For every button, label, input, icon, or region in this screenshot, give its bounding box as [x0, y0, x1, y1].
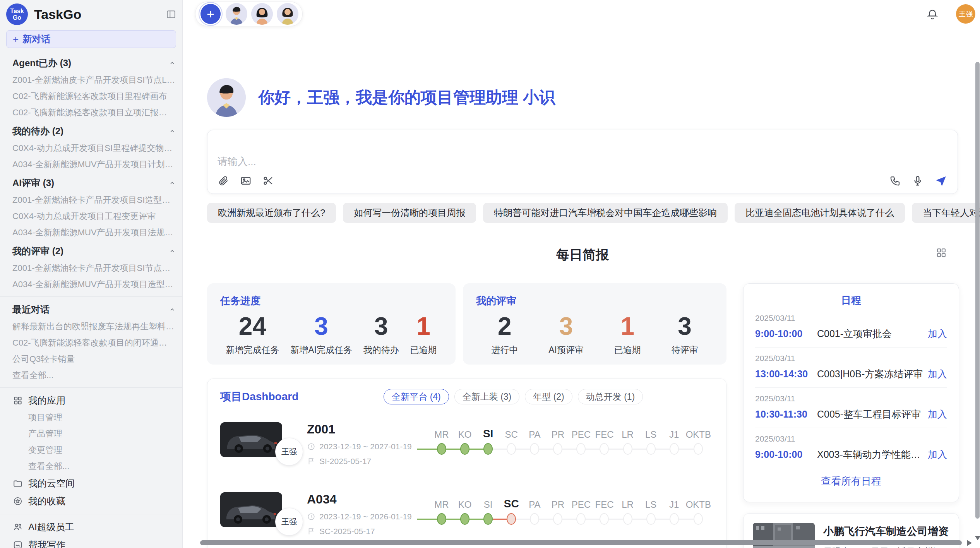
- view-all-schedule[interactable]: 查看所有日程: [755, 474, 947, 488]
- recent-chat-item[interactable]: 解释最新出台的欧盟报废车法规再生塑料比例被调至15%...: [0, 319, 182, 335]
- sidebar-item-cloud-space[interactable]: 我的云空间: [0, 474, 182, 492]
- chevron-up-icon: [169, 307, 175, 313]
- sidebar-item-my-apps[interactable]: 我的应用: [0, 392, 182, 409]
- scroll-down-arrow-icon[interactable]: [975, 536, 980, 540]
- list-item[interactable]: Z001-全新燃油皮卡产品开发项目SI节点Lesson Learn报告: [0, 72, 182, 88]
- stat: 1已逾期: [410, 312, 437, 356]
- milestone-node: [483, 513, 493, 525]
- stat-value: 1: [614, 312, 641, 341]
- list-item[interactable]: A034-全新新能源MUV产品开发项目计划变更表编写: [0, 156, 182, 173]
- user-avatar[interactable]: 王强: [956, 4, 975, 24]
- list-item[interactable]: C0X4-动力总成开发项目工程变更评审: [0, 208, 182, 224]
- owner-name: 王强: [281, 447, 297, 457]
- tab-year-model[interactable]: 年型 (2): [525, 389, 572, 404]
- join-button[interactable]: 加入: [928, 327, 947, 340]
- list-item[interactable]: C02-飞腾新能源轻客改款项目里程碑画布: [0, 88, 182, 104]
- milestone-label: OKTB: [686, 423, 711, 440]
- milestone-label: PEC: [572, 493, 591, 510]
- list-item[interactable]: C02-飞腾新能源轻客改款项目立项汇报方案: [0, 104, 182, 121]
- suggestion-chip[interactable]: 欧洲新规最近颁布了什么?: [207, 203, 336, 223]
- suggestion-chip[interactable]: 特朗普可能对进口汽车增税会对中国车企造成哪些影响: [483, 203, 728, 223]
- assistant-avatar-2[interactable]: [251, 3, 273, 25]
- ai-super-staff-label: AI超级员工: [28, 521, 74, 533]
- chat-input-placeholder: 请输入...: [218, 155, 256, 168]
- app-link-product-mgmt[interactable]: 产品管理: [0, 426, 182, 442]
- tab-powertrain-dev[interactable]: 动总开发 (1): [578, 389, 643, 404]
- sidebar-lists: Agent已办 (3) Z001-全新燃油皮卡产品开发项目SI节点Lesson …: [0, 54, 182, 548]
- list-item[interactable]: Z001-全新燃油轻卡产品开发项目SI造型提交物评审: [0, 192, 182, 208]
- car-image: [220, 422, 282, 457]
- section-my-review[interactable]: 我的评审 (2): [0, 242, 182, 260]
- assistant-avatar-3[interactable]: [277, 3, 298, 25]
- greeting-block: 你好，王强，我是你的项目管理助理 小识: [207, 78, 958, 117]
- chat-input-box[interactable]: 请输入...: [207, 130, 958, 194]
- news-title: 小鹏飞行汽车制造公司增资: [823, 524, 949, 538]
- milestone-OKTB: OKTB: [686, 493, 711, 525]
- join-button[interactable]: 加入: [928, 448, 947, 461]
- recent-chat-item[interactable]: 公司Q3轻卡销量: [0, 351, 182, 367]
- milestone-node: [576, 513, 586, 525]
- suggestion-chips: 欧洲新规最近颁布了什么? 如何写一份清晰的项目周报 特朗普可能对进口汽车增税会对…: [207, 203, 958, 223]
- suggestion-chip[interactable]: 比亚迪全固态电池计划具体说了什么: [735, 203, 905, 223]
- project-row[interactable]: 王强 Z001 2023-12-19 ~ 2027-01-19 SI-2025-…: [220, 422, 713, 474]
- suggestion-chip[interactable]: 如何写一份清晰的项目周报: [343, 203, 476, 223]
- sidebar-item-help-me-write[interactable]: 帮我写作: [0, 536, 182, 548]
- milestone-node: [623, 443, 632, 455]
- plus-icon: +: [207, 7, 214, 22]
- event-time: 9:00-10:00: [755, 328, 817, 339]
- suggestion-chip[interactable]: 当下年轻人对汽车外观有怎样的喜好趋势: [912, 203, 980, 223]
- favorites-label: 我的收藏: [28, 495, 65, 507]
- stat: 2进行中: [491, 312, 518, 356]
- section-ai-review[interactable]: AI评审 (3): [0, 174, 182, 192]
- view-all-apps[interactable]: 查看全部...: [0, 458, 182, 474]
- section-my-todo[interactable]: 我的待办 (2): [0, 122, 182, 140]
- vertical-scrollbar-thumb[interactable]: [975, 62, 980, 519]
- phone-icon[interactable]: [889, 175, 901, 187]
- app-link-project-mgmt[interactable]: 项目管理: [0, 409, 182, 426]
- recent-chat-item[interactable]: C02-飞腾新能源轻客改款项目的闭环通告反馈情况: [0, 335, 182, 351]
- tab-new-upfit[interactable]: 全新上装 (3): [454, 389, 520, 404]
- join-button[interactable]: 加入: [928, 408, 947, 421]
- briefing-stats: 任务进度 24新增完成任务 3新增AI完成任务 3我的待办 1已逾期 我的评审 …: [207, 283, 726, 365]
- join-button[interactable]: 加入: [928, 368, 947, 380]
- card-title: 任务进度: [220, 294, 442, 308]
- milestone-PEC: PEC: [569, 493, 593, 525]
- send-icon[interactable]: [934, 174, 947, 187]
- scissors-icon[interactable]: [262, 175, 274, 187]
- project-dashboard-card: 项目Dashboard 全新平台 (4) 全新上装 (3) 年型 (2) 动总开…: [207, 378, 726, 548]
- app-link-change-mgmt[interactable]: 变更管理: [0, 442, 182, 458]
- greeting-text: 你好，王强，我是你的项目管理助理 小识: [258, 87, 555, 108]
- milestone-LR: LR: [616, 493, 639, 525]
- sidebar-item-favorites[interactable]: 我的收藏: [0, 492, 182, 510]
- input-toolbar: [218, 174, 947, 187]
- notifications-bell-icon[interactable]: [927, 9, 938, 20]
- schedule-event: 2025/03/11 13:00-14:30 C003|H0B-方案冻结评审 加…: [755, 348, 947, 388]
- sidebar-item-ai-super-staff[interactable]: AI超级员工: [0, 518, 182, 536]
- sidebar-toggle-icon[interactable]: [165, 9, 177, 19]
- stat-value: 3: [290, 312, 352, 341]
- tab-new-platform[interactable]: 全新平台 (4): [384, 389, 449, 404]
- new-chat-label: 新对话: [22, 33, 50, 45]
- list-item[interactable]: A034-全新新能源MUV产品开发项目法规符合性评审: [0, 224, 182, 241]
- assistant-avatar-1[interactable]: [226, 3, 247, 25]
- project-row[interactable]: 王强 A034 2023-12-19 ~ 2026-01-19 SC-2025-…: [220, 492, 713, 545]
- microphone-icon[interactable]: [912, 175, 923, 187]
- list-item[interactable]: Z001-全新燃油轻卡产品开发项目SI节点属性5D文件评审: [0, 260, 182, 276]
- image-icon[interactable]: [240, 175, 252, 187]
- horizontal-scrollbar-thumb[interactable]: [200, 540, 962, 545]
- schedule-title: 日程: [755, 294, 947, 307]
- new-chat-button[interactable]: + 新对话: [6, 30, 176, 48]
- layout-grid-icon[interactable]: [935, 247, 947, 259]
- attachment-icon[interactable]: [218, 175, 229, 187]
- add-assistant-button[interactable]: +: [200, 4, 221, 24]
- section-recent-chats[interactable]: 最近对话: [0, 301, 182, 319]
- list-item[interactable]: A034-全新新能源MUV产品开发项目造型可行性评审: [0, 276, 182, 293]
- view-all-chats[interactable]: 查看全部...: [0, 367, 182, 384]
- milestone-node: [437, 443, 446, 455]
- scroll-right-arrow-icon[interactable]: [967, 540, 972, 546]
- divider: [0, 514, 182, 514]
- milestone-label: LS: [645, 493, 656, 510]
- section-agent-done[interactable]: Agent已办 (3): [0, 54, 182, 72]
- project-code: A034: [307, 492, 423, 507]
- list-item[interactable]: C0X4-动力总成开发项目SI里程碑提交物检查: [0, 140, 182, 156]
